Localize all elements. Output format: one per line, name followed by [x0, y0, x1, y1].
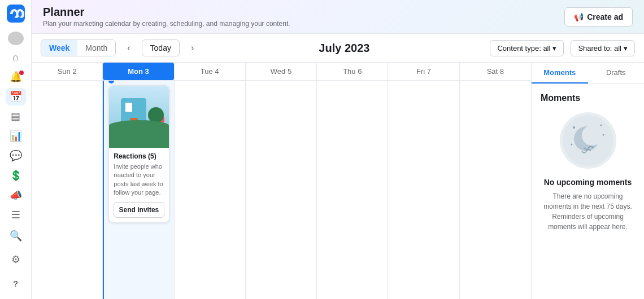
day-columns: Reactions (5) Invite people who reacted … — [32, 81, 531, 299]
panel-section-title: Moments — [541, 93, 580, 103]
post-card-image — [109, 86, 168, 148]
shared-to-filter[interactable]: Shared to: all ▾ — [571, 40, 635, 56]
svg-point-7 — [600, 125, 602, 126]
topbar: Planner Plan your marketing calendar by … — [32, 0, 644, 34]
post-card: Reactions (5) Invite people who reacted … — [108, 85, 169, 223]
search-nav[interactable]: 🔍 — [6, 226, 26, 246]
day-header-mon3: Mon 3 — [103, 63, 174, 80]
create-ad-button[interactable]: 📢 Create ad — [564, 7, 633, 27]
settings-nav[interactable]: ⚙ — [6, 249, 26, 270]
page-subtitle: Plan your marketing calendar by creating… — [43, 20, 290, 28]
content-type-label: Content type: all — [497, 44, 550, 52]
no-moments-description: There are no upcoming moments in the nex… — [541, 191, 635, 232]
day-col-sat8 — [460, 81, 531, 299]
home-nav[interactable]: ⌂ — [6, 49, 26, 66]
topbar-info: Planner Plan your marketing calendar by … — [43, 6, 290, 28]
day-col-fri7 — [388, 81, 459, 299]
illustration-window — [125, 103, 132, 112]
content-type-filter[interactable]: Content type: all ▾ — [490, 40, 564, 56]
calendar: Week Month ‹ Today › July 2023 Content t… — [32, 34, 644, 299]
day-header-fri7: Fri 7 — [388, 63, 459, 80]
day-col-sun2 — [32, 81, 103, 299]
campaign-nav[interactable]: 📣 — [6, 186, 26, 204]
moments-illustration — [560, 112, 616, 169]
analytics-nav[interactable]: 📊 — [6, 127, 26, 145]
menu-nav[interactable]: ☰ — [6, 206, 26, 223]
day-header-sat8: Sat 8 — [460, 63, 531, 80]
day-headers: Sun 2 Mon 3 Tue 4 Wed 5 Thu 6 Fri 7 Sat … — [32, 63, 531, 81]
drafts-tab[interactable]: Drafts — [588, 63, 645, 83]
panel-content: Moments — [532, 84, 644, 299]
week-tab[interactable]: Week — [41, 40, 77, 56]
svg-point-2 — [18, 11, 21, 17]
svg-point-9 — [571, 144, 572, 146]
notification-nav[interactable]: 🔔 — [6, 68, 26, 86]
monetize-nav[interactable]: 💲 — [6, 166, 26, 184]
day-col-tue4 — [175, 81, 246, 299]
sidebar: ⌂ 🔔 📅 ▤ 📊 💬 💲 📣 ☰ 🔍 ⚙ ? — [0, 0, 32, 299]
moments-tab[interactable]: Moments — [532, 63, 588, 83]
help-nav[interactable]: ? — [6, 273, 26, 293]
megaphone-icon: 📢 — [574, 12, 584, 21]
view-tab-group: Week Month — [41, 39, 116, 56]
prev-nav-button[interactable]: ‹ — [123, 41, 134, 55]
send-invites-button[interactable]: Send invites — [114, 202, 164, 218]
shared-to-label: Shared to: all — [578, 44, 621, 52]
chevron-down-icon: ▾ — [552, 44, 556, 52]
days-area: Sun 2 Mon 3 Tue 4 Wed 5 Thu 6 Fri 7 Sat … — [32, 63, 531, 299]
today-button[interactable]: Today — [142, 39, 180, 56]
calendar-month-title: July 2023 — [205, 42, 483, 55]
post-card-title: Reactions (5) — [114, 152, 164, 160]
day-col-mon3: Reactions (5) Invite people who reacted … — [103, 81, 174, 299]
month-tab[interactable]: Month — [77, 40, 115, 56]
svg-point-8 — [602, 134, 604, 136]
post-card-description: Invite people who reacted to your posts … — [114, 162, 164, 197]
day-header-sun2: Sun 2 — [32, 63, 103, 80]
calendar-toolbar: Week Month ‹ Today › July 2023 Content t… — [32, 34, 644, 63]
chat-nav[interactable]: 💬 — [6, 147, 26, 164]
next-nav-button[interactable]: › — [186, 41, 198, 55]
pages-nav[interactable]: ▤ — [6, 108, 26, 125]
main-content: Planner Plan your marketing calendar by … — [32, 0, 644, 299]
today-marker — [108, 81, 114, 83]
right-panel: Moments Drafts Moments — [531, 63, 644, 299]
page-title: Planner — [43, 6, 290, 19]
no-moments-title: No upcoming moments — [544, 178, 632, 187]
create-ad-label: Create ad — [587, 12, 623, 21]
post-card-body: Reactions (5) Invite people who reacted … — [109, 148, 168, 222]
day-col-thu6 — [317, 81, 388, 299]
meta-logo — [7, 5, 25, 25]
calendar-nav[interactable]: 📅 — [6, 88, 26, 105]
panel-tab-group: Moments Drafts — [532, 63, 644, 84]
day-header-tue4: Tue 4 — [175, 63, 246, 80]
chevron-down-icon-2: ▾ — [624, 44, 628, 52]
calendar-body: Sun 2 Mon 3 Tue 4 Wed 5 Thu 6 Fri 7 Sat … — [32, 63, 644, 299]
svg-point-1 — [12, 11, 16, 17]
avatar[interactable] — [8, 32, 24, 45]
illustration-ground — [109, 120, 168, 148]
day-header-wed5: Wed 5 — [246, 63, 317, 80]
day-col-wed5 — [246, 81, 317, 299]
svg-point-5 — [582, 125, 602, 146]
day-header-thu6: Thu 6 — [317, 63, 388, 80]
svg-point-6 — [573, 126, 575, 129]
no-moments-svg — [563, 115, 613, 166]
